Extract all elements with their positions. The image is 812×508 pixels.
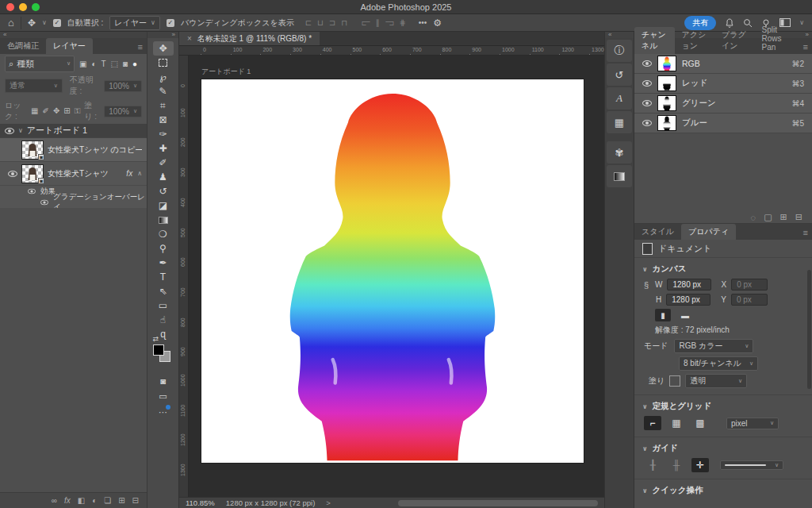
path-selection-tool[interactable]: ⇖ [153,284,174,298]
filter-shape-layers-icon[interactable]: ⬚ [111,60,118,68]
layer-fx-badge[interactable]: fx [126,169,132,178]
chevron-up-icon[interactable]: ∧ [137,170,142,177]
glyphs-panel-icon[interactable]: A [607,87,632,110]
link-layers-icon[interactable]: ∞ [52,496,57,505]
lock-transparent-pixels-icon[interactable]: ▦ [31,106,38,116]
search-icon[interactable] [743,18,753,28]
canvas-x-field[interactable]: 0 px [731,279,768,291]
auto-select-dropdown[interactable]: レイヤー ∨ [109,16,160,30]
canvas-y-field[interactable]: 0 px [731,294,768,306]
screen-mode-icon[interactable]: ▭ [159,391,167,402]
edit-toolbar-icon[interactable]: ⋯ [159,407,167,418]
canvas-fill-dropdown[interactable]: 透明 ∨ [685,374,747,388]
tab-split-rows[interactable]: Split Rows Pan [755,23,803,54]
layer-thumbnail[interactable]: ▣ [22,165,43,183]
blur-tool[interactable]: ❍ [153,227,174,241]
horizontal-scrollbar[interactable] [398,500,598,506]
hand-tool[interactable]: ☝ [153,313,174,327]
history-panel-icon[interactable]: ↺ [607,64,632,86]
bit-depth-dropdown[interactable]: 8 bit/チャンネル ∨ [679,356,758,371]
delete-channel-icon[interactable]: ⊟ [795,212,802,222]
tab-actions[interactable]: アクション [675,27,715,54]
shape-tool[interactable]: ▭ [153,298,174,313]
auto-select-checkbox[interactable]: ✓ [53,19,61,27]
frame-tool[interactable]: ⊠ [153,113,174,127]
fill-value[interactable]: 100% ∨ [104,106,142,117]
canvas-height-field[interactable]: 1280 px [666,294,710,306]
landscape-orientation-button[interactable]: ▬ [677,309,693,321]
chevron-down-icon[interactable]: ∨ [642,487,648,495]
distribute-spacing-icon[interactable]: ⋕ [399,18,405,28]
canvas-width-field[interactable]: 1280 px [667,279,711,291]
blend-mode-dropdown[interactable]: 通常 ∨ [5,79,63,93]
load-channel-selection-icon[interactable]: ◌ [751,213,756,222]
document-tab[interactable]: × 名称未設定 1 @ 111% (RGB/8) * [179,32,320,45]
channel-row-green[interactable]: グリーン ⌘4 [634,94,812,114]
filter-adjustment-layers-icon[interactable]: ◐ [91,60,96,68]
visibility-eye-icon[interactable] [642,100,652,106]
canvas-viewport[interactable]: 0100200300400500600700800900100011001200… [179,56,604,497]
marquee-tool[interactable] [153,56,174,70]
lock-position-icon[interactable]: ✥ [53,106,59,116]
eyedropper-tool[interactable]: ✑ [153,127,174,141]
artboard[interactable] [201,79,584,463]
opacity-value[interactable]: 100% ∨ [104,80,142,92]
more-options-icon[interactable]: ••• [419,18,427,27]
swap-colors-icon[interactable]: ⇄ [153,335,159,343]
bell-icon[interactable] [725,18,734,28]
quick-selection-tool[interactable]: ✎ [153,84,174,98]
color-mode-dropdown[interactable]: RGB カラー ∨ [674,339,753,353]
filter-smart-objects-icon[interactable]: ◙ [123,60,128,68]
foreground-color-swatch[interactable] [153,344,164,356]
guide-style-dropdown[interactable]: ∨ [720,460,783,470]
snap-guides-button[interactable]: ✛ [691,458,709,472]
visibility-eye-icon[interactable] [642,120,652,126]
channel-row-red[interactable]: レッド ⌘3 [634,74,812,94]
align-center-vertical-icon[interactable]: ⊔ [317,18,324,27]
new-channel-icon[interactable]: ⊞ [780,212,787,222]
move-tool-preset-icon[interactable]: ✥ [28,17,36,29]
expand-panel-icon[interactable]: » [172,32,175,38]
info-panel-icon[interactable]: ⓘ [607,40,632,62]
tab-styles[interactable]: スタイル [634,224,681,240]
artboard-label[interactable]: アートボード 1 [201,67,251,77]
layer-row[interactable]: ▣ 女性柴犬Tシャツ のコピー [0,138,147,162]
delete-layer-icon[interactable]: ⊟ [132,496,139,505]
gradients-panel-icon[interactable] [607,165,632,187]
filter-pixel-layers-icon[interactable]: ▣ [79,60,86,68]
brush-tool[interactable]: ✐ [153,156,174,170]
color-panel-icon[interactable]: ✾ [607,141,632,164]
crop-tool[interactable]: ⌗ [153,98,174,113]
character-panel-icon[interactable]: ▦ [607,111,632,133]
distribute-top-icon[interactable]: ⫍ [362,18,370,28]
vertical-ruler[interactable]: 0100200300400500600700800900100011001200… [179,56,189,497]
channel-row-rgb[interactable]: RGB ⌘2 [634,54,812,74]
toggle-grid-button[interactable]: ▦ [668,416,685,430]
toggle-guides-button[interactable]: ╂ [644,458,661,472]
lock-artboard-icon[interactable]: ⊞ [63,106,70,116]
layer-thumbnail[interactable]: ▣ [22,141,43,159]
new-layer-icon[interactable]: ⊞ [118,496,124,505]
visibility-eye-icon[interactable] [40,200,48,205]
tab-channels[interactable]: チャンネル [634,27,675,54]
zoom-level[interactable]: 110.85% [186,498,215,507]
lock-image-pixels-icon[interactable]: ✐ [43,106,49,116]
visibility-eye-icon[interactable] [642,60,652,67]
save-selection-as-channel-icon[interactable]: ▢ [764,212,772,222]
layer-filter-dropdown[interactable]: ⌕ 種類 ∨ [5,56,75,72]
gradient-tool[interactable] [153,213,174,227]
chevron-down-icon[interactable]: ∨ [642,266,648,273]
dodge-tool[interactable]: ⚲ [153,241,174,256]
chevron-down-icon[interactable]: ∨ [42,19,47,26]
portrait-orientation-button[interactable]: ▮ [655,309,671,321]
tab-layers[interactable]: レイヤー [46,38,93,54]
distribute-vertical-icon[interactable]: ⫎ [385,18,394,28]
status-expand-icon[interactable]: > [326,498,331,507]
align-center-horizontal-icon[interactable]: ⊓ [341,18,347,27]
canvas-fill-swatch[interactable] [669,375,680,387]
distribute-horizontal-icon[interactable]: ∥ [376,18,380,28]
gradient-overlay-effect-row[interactable]: グラデーションオーバーレイ [0,197,147,208]
visibility-eye-icon[interactable] [8,171,17,177]
quick-mask-icon[interactable]: ◙ [160,376,166,386]
panel-menu-icon[interactable]: ≡ [803,228,808,237]
